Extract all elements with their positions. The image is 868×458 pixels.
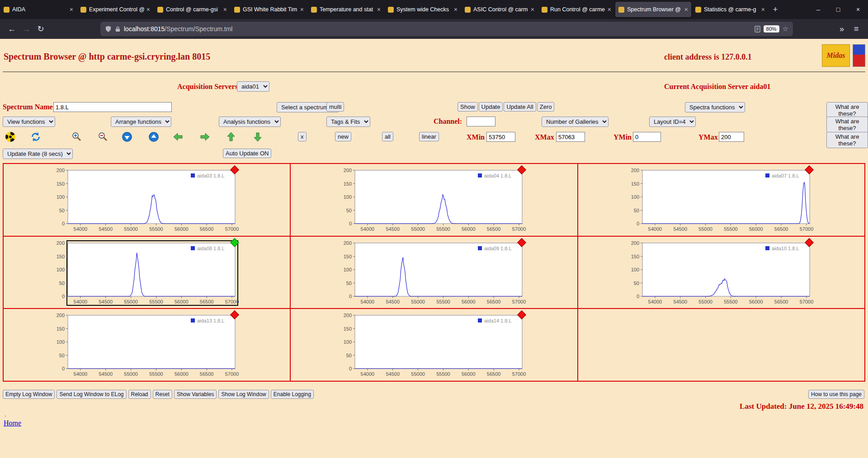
arrange-functions-dropdown[interactable]: Arrange functions	[111, 117, 171, 127]
update-button[interactable]: Update	[479, 102, 503, 112]
spectrum-chart-aida08[interactable]: 0501001502005400054500550005550056000565…	[49, 240, 243, 306]
spectrum-plot: 0501001502005400054500550005550056000565…	[336, 313, 530, 379]
browser-tab[interactable]: AIDA×	[0, 2, 76, 17]
x-button[interactable]: x	[298, 132, 307, 141]
forward-button[interactable]: →	[19, 22, 33, 36]
zoom-y-out-button[interactable]	[148, 131, 160, 143]
tab-close-icon[interactable]: ×	[608, 6, 611, 13]
svg-text:54500: 54500	[99, 226, 113, 232]
zoom-out-button[interactable]	[97, 131, 108, 143]
tab-close-icon[interactable]: ×	[300, 6, 304, 13]
minimize-button[interactable]: –	[808, 0, 828, 19]
arrow-down-button[interactable]	[252, 131, 264, 143]
spectrum-chart-aida04[interactable]: 0501001502005400054500550005550056000565…	[336, 168, 530, 234]
zoom-level-indicator[interactable]: 80%	[764, 25, 779, 33]
maximize-button[interactable]: □	[828, 0, 848, 19]
spectrum-chart-aida14[interactable]: 0501001502005400054500550005550056000565…	[336, 313, 530, 379]
auto-update-button[interactable]: Auto Update ON	[223, 149, 271, 158]
zero-button[interactable]: Zero	[537, 102, 555, 112]
analysis-functions-dropdown[interactable]: Analysis functions	[219, 117, 281, 127]
tab-close-icon[interactable]: ×	[454, 6, 458, 13]
footer-button[interactable]: Empty Log Window	[3, 390, 55, 399]
url-text[interactable]: localhost:8015/Spectrum/Spectrum.tml	[124, 25, 751, 33]
tab-close-icon[interactable]: ×	[146, 6, 150, 13]
linear-button[interactable]: linear	[419, 132, 439, 141]
spectrum-chart-aida09[interactable]: 0501001502005400054500550005550056000565…	[336, 240, 530, 306]
arrow-right-button[interactable]	[199, 131, 211, 143]
layout-id-dropdown[interactable]: Layout ID=4	[649, 117, 696, 127]
reader-view-icon[interactable]	[755, 26, 760, 33]
midas-logo[interactable]: Midas	[822, 44, 850, 67]
arrow-up-button[interactable]	[225, 131, 237, 143]
new-button[interactable]: new	[335, 132, 351, 141]
tags-fits-dropdown[interactable]: Tags & Fits	[326, 117, 370, 127]
hamburger-menu-icon[interactable]: ≡	[849, 22, 863, 36]
browser-tab[interactable]: Statistics @ carme-g×	[692, 2, 768, 17]
show-button[interactable]: Show	[458, 102, 478, 112]
tab-close-icon[interactable]: ×	[223, 6, 227, 13]
close-button[interactable]: ×	[848, 0, 868, 19]
channel-input[interactable]	[467, 117, 495, 126]
svg-text:100: 100	[57, 339, 65, 345]
browser-tab[interactable]: Spectrum Browser @×	[615, 2, 691, 17]
acquisition-server-select[interactable]: aida01	[237, 81, 269, 92]
refresh-button[interactable]	[30, 131, 42, 143]
tab-close-icon[interactable]: ×	[761, 6, 765, 13]
new-tab-button[interactable]: +	[769, 3, 782, 16]
ymin-input[interactable]	[633, 132, 661, 142]
permissions-lock-icon[interactable]	[115, 26, 121, 33]
xmin-input[interactable]	[486, 132, 515, 142]
browser-tab[interactable]: Control @ carme-gsi×	[154, 2, 230, 17]
browser-tab[interactable]: System wide Checks×	[385, 2, 461, 17]
svg-text:aida09 1.8.L: aida09 1.8.L	[484, 246, 512, 251]
radioactive-button[interactable]	[5, 131, 16, 143]
back-button[interactable]: ←	[5, 22, 19, 36]
footer-button[interactable]: Enable Logging	[271, 390, 314, 399]
how-to-use-button[interactable]: How to use this page	[808, 390, 864, 399]
spectra-functions-dropdown[interactable]: Spectra functions	[685, 102, 745, 112]
home-link[interactable]: Home	[4, 419, 21, 427]
tab-close-icon[interactable]: ×	[531, 6, 534, 13]
svg-text:200: 200	[57, 313, 65, 318]
what-are-these-button[interactable]: What are these?	[826, 117, 868, 133]
tab-close-icon[interactable]: ×	[684, 6, 688, 13]
what-are-these-button[interactable]: What are these?	[826, 132, 868, 148]
arrow-left-button[interactable]	[172, 131, 184, 143]
view-functions-dropdown[interactable]: View functions	[3, 117, 55, 127]
footer-button[interactable]: Show Variables	[174, 390, 217, 399]
footer-button[interactable]: Show Log Window	[218, 390, 269, 399]
spectrum-chart-aida13[interactable]: 0501001502005400054500550005550056000565…	[49, 313, 243, 379]
zoom-in-button[interactable]	[71, 131, 82, 143]
footer-button[interactable]: Reload	[128, 390, 151, 399]
update-all-button[interactable]: Update All	[504, 102, 536, 112]
spectrum-chart-aida03[interactable]: 0501001502005400054500550005550056000565…	[49, 168, 243, 234]
ymax-input[interactable]	[719, 132, 744, 142]
url-bar[interactable]: localhost:8015/Spectrum/Spectrum.tml 80%…	[100, 22, 793, 36]
tab-close-icon[interactable]: ×	[70, 6, 73, 13]
svg-text:56000: 56000	[175, 371, 189, 377]
footer-button[interactable]: Send Log Window to ELog	[57, 390, 126, 399]
tab-close-icon[interactable]: ×	[377, 6, 381, 13]
footer-button[interactable]: Reset	[153, 390, 172, 399]
multi-button[interactable]: multi	[326, 102, 344, 112]
all-button[interactable]: all	[382, 132, 393, 141]
browser-tab[interactable]: Run Control @ carme×	[538, 2, 614, 17]
spectrum-name-input[interactable]	[53, 102, 172, 112]
browser-tab[interactable]: ASIC Control @ carm×	[462, 2, 538, 17]
spectrum-chart-aida07[interactable]: 0501001502005400054500550005550056000565…	[623, 168, 818, 234]
number-of-galleries-dropdown[interactable]: Number of Galleries	[542, 117, 609, 127]
update-rate-dropdown[interactable]: Update Rate (8 secs)	[3, 149, 73, 159]
frs-logo[interactable]	[853, 44, 865, 67]
zoom-y-in-button[interactable]	[121, 131, 133, 143]
xmax-input[interactable]	[556, 132, 585, 142]
browser-tab[interactable]: Temperature and stat×	[308, 2, 384, 17]
reload-button[interactable]: ↻	[33, 22, 48, 36]
overflow-menu-icon[interactable]: »	[835, 22, 849, 36]
spectrum-chart-aida10[interactable]: 0501001502005400054500550005550056000565…	[623, 240, 818, 306]
shield-icon[interactable]	[105, 25, 112, 33]
what-are-these-button[interactable]: What are these?	[826, 102, 868, 118]
bookmark-star-icon[interactable]: ☆	[783, 25, 788, 33]
browser-tab[interactable]: Experiment Control @×	[77, 2, 153, 17]
svg-text:56000: 56000	[175, 299, 189, 304]
browser-tab[interactable]: GSI White Rabbit Tim×	[231, 2, 307, 17]
